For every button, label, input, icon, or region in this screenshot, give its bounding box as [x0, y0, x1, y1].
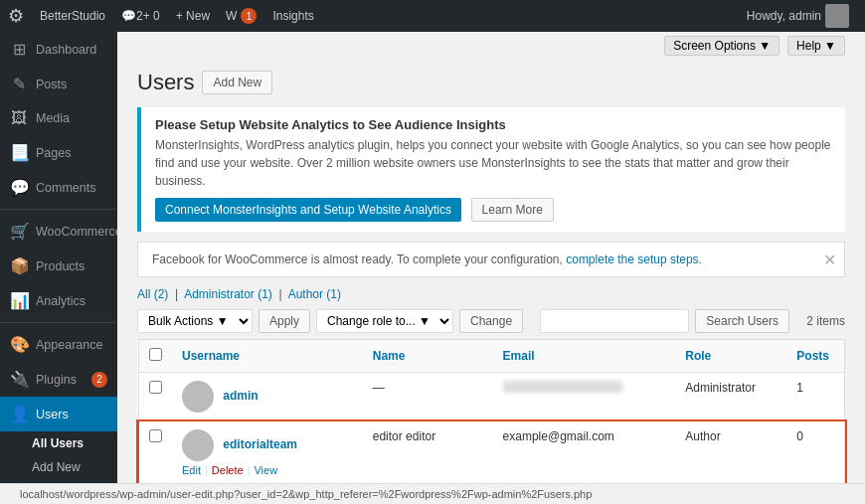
filter-author[interactable]: Author (1) — [288, 287, 341, 301]
apply-button-top[interactable]: Apply — [259, 309, 310, 333]
users-icon: 👤 — [10, 405, 28, 423]
page-title: Users — [137, 70, 194, 95]
row-action-edit[interactable]: Edit — [182, 464, 201, 476]
sidebar-item-label: Dashboard — [36, 43, 96, 57]
notice-title: Please Setup Website Analytics to See Au… — [155, 117, 831, 132]
row-role: Administrator — [675, 373, 786, 421]
sidebar-item-media[interactable]: 🖼 Media — [0, 101, 117, 135]
facebook-notice: Facebook for WooCommerce is almost ready… — [137, 242, 845, 277]
sidebar: ⊞ Dashboard ✎ Posts 🖼 Media 📃 Pages 💬 Co… — [0, 32, 117, 504]
adminbar-wp[interactable]: W 1 — [218, 0, 264, 32]
row-email: example@gmail.com — [493, 421, 676, 485]
user-name-link[interactable]: admin — [223, 389, 258, 403]
products-icon: 📦 — [10, 256, 28, 275]
media-icon: 🖼 — [10, 109, 28, 127]
status-url: localhost/wordpress/wp-admin/user-edit.p… — [117, 488, 592, 500]
row-email — [493, 373, 676, 421]
facebook-notice-dismiss[interactable]: ✕ — [823, 251, 836, 269]
users-table: Username Name Email Role Posts — [137, 339, 845, 504]
sidebar-item-posts[interactable]: ✎ Posts — [0, 67, 117, 101]
add-new-button[interactable]: Add New — [202, 71, 272, 94]
col-header-email[interactable]: Email — [493, 340, 676, 373]
sidebar-item-analytics[interactable]: 📊 Analytics — [0, 283, 117, 318]
items-count-top: 2 items — [806, 314, 845, 328]
user-name-link[interactable]: editorialteam — [223, 437, 297, 451]
admin-bar: ⚙ BetterStudio 💬 2 + 0 + New W 1 Insight… — [0, 0, 865, 32]
table-row: editorialteam Edit | Delete | View edito… — [138, 421, 845, 485]
filter-administrator[interactable]: Administrator (1) — [184, 287, 272, 301]
col-header-check — [138, 340, 172, 373]
monsterinsights-notice: Please Setup Website Analytics to See Au… — [137, 107, 845, 232]
change-button[interactable]: Change — [459, 309, 523, 333]
wp-logo[interactable]: ⚙ — [8, 5, 24, 27]
facebook-setup-link[interactable]: complete the setup steps. — [566, 252, 702, 266]
adminbar-site-name[interactable]: BetterStudio — [32, 0, 113, 32]
appearance-icon: 🎨 — [10, 335, 28, 354]
col-header-posts[interactable]: Posts — [786, 340, 844, 373]
row-name: editor editor — [363, 421, 493, 485]
woocommerce-icon: 🛒 — [10, 222, 28, 241]
sidebar-item-users[interactable]: 👤 Users — [0, 397, 117, 431]
dashboard-icon: ⊞ — [10, 40, 28, 59]
user-avatar — [182, 429, 214, 461]
row-username: editorialteam Edit | Delete | View — [172, 421, 363, 485]
notice-text: MonsterInsights, WordPress analytics plu… — [155, 136, 831, 190]
screen-options-button[interactable]: Screen Options ▼ — [664, 36, 779, 56]
search-area: Search Users — [540, 309, 789, 333]
sidebar-item-label: Pages — [36, 146, 71, 160]
sidebar-item-plugins[interactable]: 🔌 Plugins 2 — [0, 362, 117, 397]
sidebar-item-label: Comments — [36, 181, 95, 195]
col-header-role[interactable]: Role — [675, 340, 786, 373]
sidebar-item-dashboard[interactable]: ⊞ Dashboard — [0, 32, 117, 67]
row-checkbox[interactable] — [149, 429, 162, 442]
status-bar: localhost/wordpress/wp-admin/user-edit.p… — [117, 483, 865, 504]
plugins-icon: 🔌 — [10, 370, 28, 389]
sidebar-item-label: Appearance — [36, 338, 102, 352]
row-action-view[interactable]: View — [254, 464, 277, 476]
adminbar-badge: 1 — [241, 8, 257, 24]
change-role-select[interactable]: Change role to... ▼ — [316, 309, 453, 333]
user-avatar — [182, 381, 214, 413]
admin-avatar — [825, 4, 849, 28]
col-header-name[interactable]: Name — [363, 340, 493, 373]
adminbar-howdy[interactable]: Howdy, admin — [739, 4, 857, 28]
col-header-username[interactable]: Username — [172, 340, 363, 373]
menu-separator-1 — [0, 209, 117, 210]
screen-meta-links: Screen Options ▼ Help ▼ — [117, 32, 865, 60]
sidebar-subitem-all-users[interactable]: All Users — [0, 431, 117, 455]
sidebar-item-comments[interactable]: 💬 Comments — [0, 170, 117, 205]
row-check — [138, 373, 172, 421]
adminbar-new[interactable]: + New — [168, 0, 218, 32]
sidebar-item-label: Users — [36, 408, 69, 421]
filter-all[interactable]: All (2) — [137, 287, 168, 301]
sidebar-subitem-add-new[interactable]: Add New — [0, 455, 117, 479]
pages-icon: 📃 — [10, 143, 28, 162]
connect-monsterinsights-button[interactable]: Connect MonsterInsights and Setup Websit… — [155, 198, 461, 222]
facebook-notice-text: Facebook for WooCommerce is almost ready… — [152, 252, 563, 266]
search-users-button[interactable]: Search Users — [695, 309, 789, 333]
view-links: All (2) | Administrator (1) | Author (1) — [137, 287, 845, 301]
tablenav-top: Bulk Actions ▼ Apply Change role to... ▼… — [137, 309, 845, 333]
sidebar-item-products[interactable]: 📦 Products — [0, 249, 117, 283]
row-check — [138, 421, 172, 485]
sidebar-item-woocommerce[interactable]: 🛒 WooCommerce — [0, 214, 117, 249]
sidebar-item-appearance[interactable]: 🎨 Appearance — [0, 327, 117, 362]
sidebar-item-label: Posts — [36, 78, 67, 91]
row-posts: 1 — [786, 373, 844, 421]
learn-more-button[interactable]: Learn More — [471, 198, 554, 222]
adminbar-comments[interactable]: 💬 2 + 0 — [113, 0, 168, 32]
select-all-checkbox[interactable] — [149, 348, 162, 361]
help-button[interactable]: Help ▼ — [787, 36, 845, 56]
comments-icon: 💬 — [10, 178, 28, 197]
sidebar-item-pages[interactable]: 📃 Pages — [0, 135, 117, 170]
sidebar-item-label: Analytics — [36, 294, 86, 308]
row-username: admin — [172, 373, 363, 421]
sidebar-item-label: WooCommerce — [36, 225, 117, 239]
bulk-actions-select[interactable]: Bulk Actions ▼ — [137, 309, 253, 333]
row-checkbox[interactable] — [149, 381, 162, 394]
row-actions: Edit | Delete | View — [182, 464, 353, 476]
adminbar-insights[interactable]: Insights — [264, 0, 321, 32]
analytics-icon: 📊 — [10, 291, 28, 310]
row-action-delete[interactable]: Delete — [212, 464, 244, 476]
search-users-input[interactable] — [540, 309, 689, 333]
